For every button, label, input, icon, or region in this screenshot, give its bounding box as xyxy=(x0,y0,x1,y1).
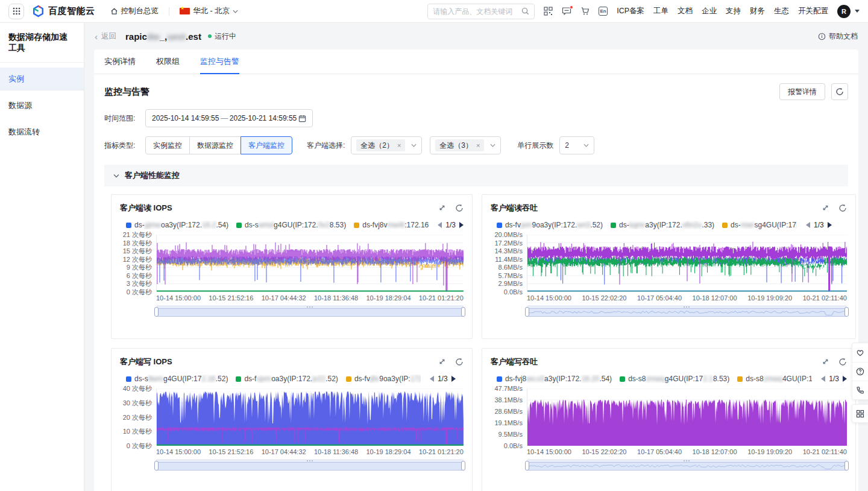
favorite-icon[interactable] xyxy=(852,343,868,362)
plot-canvas[interactable] xyxy=(527,235,847,292)
account-caret-icon[interactable] xyxy=(855,10,860,13)
nav-link[interactable]: 财务 xyxy=(750,6,765,16)
tab-active[interactable]: 监控与告警 xyxy=(200,49,239,74)
plot-canvas[interactable] xyxy=(156,235,464,292)
language-en-icon[interactable]: En xyxy=(599,7,608,16)
sidebar-item-active[interactable]: 实例 xyxy=(0,68,84,90)
legend-item[interactable]: ds-kqmra3y(IP:172.v6n2u.33) xyxy=(611,221,714,229)
metric-type-option[interactable]: 客户端监控 xyxy=(241,136,292,154)
help-doc-link[interactable]: 帮助文档 xyxy=(818,31,858,42)
legend-item[interactable]: ds-swmdg4GU(IP:172.0v28.53) xyxy=(236,221,346,229)
refresh-button[interactable] xyxy=(831,83,848,100)
legend-item[interactable]: ds-fvjxm9oa3y(IP:172.wn3.52) xyxy=(497,221,603,229)
legend-swatch xyxy=(236,376,241,382)
datazoom-handle-left[interactable] xyxy=(154,461,159,470)
tag-close-icon[interactable]: × xyxy=(397,142,401,149)
console-overview-link[interactable]: 控制台总览 xyxy=(110,6,159,16)
page-next-icon[interactable] xyxy=(451,376,456,382)
chevron-down-icon xyxy=(583,144,589,147)
datazoom-handle-right[interactable] xyxy=(844,307,849,317)
legend-item[interactable]: ds-fvjxmoa3y(IP:172.jv22.52) xyxy=(236,375,338,383)
avatar[interactable]: R xyxy=(837,5,851,18)
datazoom-handle-right[interactable] xyxy=(461,461,465,470)
sidebar-item-item[interactable]: 数据源 xyxy=(0,94,84,117)
page-next-icon[interactable] xyxy=(843,376,847,382)
plot-canvas[interactable] xyxy=(156,388,464,446)
nav-link[interactable]: 企业 xyxy=(702,6,717,16)
datazoom-track[interactable] xyxy=(527,308,847,317)
legend-item[interactable]: ds-fvj8wv.v3a3y(IP:172.16.20.54) xyxy=(497,375,612,383)
datazoom-handle-left[interactable] xyxy=(525,461,529,470)
metric-type-group: 实例监控数据源监控客户端监控 xyxy=(145,136,292,154)
datazoom-handle-right[interactable] xyxy=(461,307,465,317)
datazoom-slider[interactable] xyxy=(156,305,464,317)
sidebar-item-item[interactable]: 数据流转 xyxy=(0,121,84,144)
legend-item[interactable]: ds-mwrsg4GU(IP:172.1 xyxy=(722,221,797,229)
page-prev-icon[interactable] xyxy=(806,222,810,228)
contact-phone-icon[interactable] xyxy=(852,381,868,399)
nav-link[interactable]: 文档 xyxy=(678,6,693,16)
page-next-icon[interactable] xyxy=(459,222,464,228)
nav-link[interactable]: ICP备案 xyxy=(617,6,644,16)
tab-item[interactable]: 实例详情 xyxy=(104,49,136,74)
expand-icon[interactable] xyxy=(438,358,446,366)
region-selector[interactable]: 华北 - 北京 xyxy=(180,6,238,16)
nav-link[interactable]: 开关配置 xyxy=(798,6,828,16)
refresh-icon[interactable] xyxy=(455,204,464,212)
brand-logo[interactable]: 百度智能云 xyxy=(32,5,95,17)
datazoom-slider[interactable] xyxy=(527,305,847,317)
legend-item[interactable]: ds-s8zmwqg4GU(IP:172.18.53) xyxy=(620,375,729,383)
y-axis-label: 17.2MB/s xyxy=(494,239,522,247)
legend-item[interactable]: ds-yjmwoa3y(IP:172.16.2.54) xyxy=(126,221,228,229)
alarm-detail-button[interactable]: 报警详情 xyxy=(779,83,825,100)
date-range-input[interactable]: 2025-10-14 14:59:55 — 2025-10-21 14:59:5… xyxy=(145,109,313,127)
client-select[interactable]: 全选（2）× xyxy=(351,136,422,154)
datazoom-slider[interactable] xyxy=(156,459,464,470)
messages-icon[interactable] xyxy=(562,7,571,16)
chart-plot-area: 0.0B/s9.5MB/s19.1MB/s28.6MB/s38.1MB/s47.… xyxy=(491,388,847,446)
legend-item[interactable]: ds-s8zmwq4GU(IP:172.16 xyxy=(737,375,812,383)
page-next-icon[interactable] xyxy=(828,222,832,228)
refresh-icon[interactable] xyxy=(838,204,847,212)
datazoom-track[interactable] xyxy=(156,308,464,317)
expand-icon[interactable] xyxy=(438,204,446,212)
metric-type-option[interactable]: 实例监控 xyxy=(145,136,190,154)
qrcode-icon[interactable] xyxy=(544,7,553,16)
tag-close-icon[interactable]: × xyxy=(476,142,480,149)
datazoom-handle-left[interactable] xyxy=(154,307,159,317)
plot-canvas[interactable] xyxy=(527,388,847,446)
search-icon[interactable] xyxy=(521,7,529,15)
page-prev-icon[interactable] xyxy=(430,376,434,382)
y-axis-label: 28.6MB/s xyxy=(494,408,522,415)
page-prev-icon[interactable] xyxy=(438,222,442,228)
per-row-select[interactable]: 2 xyxy=(559,136,594,154)
back-button[interactable]: ‹ 返回 xyxy=(95,31,116,42)
nav-link[interactable]: 支持 xyxy=(726,6,741,16)
metric-type-option[interactable]: 数据源监控 xyxy=(189,136,241,154)
expand-icon[interactable] xyxy=(822,204,829,212)
collapsible-group-header[interactable]: 客户端性能监控 xyxy=(104,165,848,186)
datazoom-handle-left[interactable] xyxy=(525,307,529,317)
datazoom-track[interactable] xyxy=(156,462,464,470)
client-select[interactable]: 全选（3）× xyxy=(430,136,501,154)
tab-item[interactable]: 权限组 xyxy=(156,49,180,74)
refresh-icon[interactable] xyxy=(455,358,464,366)
datazoom-track[interactable] xyxy=(527,462,847,470)
help-icon[interactable] xyxy=(852,362,868,381)
nav-link[interactable]: 工单 xyxy=(653,6,668,16)
expand-icon[interactable] xyxy=(822,358,829,366)
datazoom-slider[interactable] xyxy=(527,459,847,470)
search-input[interactable] xyxy=(433,7,518,16)
x-axis-label: 10-14 15:00:00 xyxy=(527,294,571,302)
page-prev-icon[interactable] xyxy=(821,376,825,382)
legend-item[interactable]: ds-s8wmg4GU(IP:172.16.52) xyxy=(126,375,228,383)
cart-icon[interactable] xyxy=(580,7,590,16)
refresh-icon[interactable] xyxy=(838,358,847,366)
chart-header: 客户端读吞吐 xyxy=(491,203,847,214)
legend-item[interactable]: ds-fvj8vmw4t:172.16. xyxy=(354,221,429,229)
datazoom-handle-right[interactable] xyxy=(844,461,849,470)
more-tools-icon[interactable] xyxy=(852,405,868,422)
nav-link[interactable]: 生态 xyxy=(774,6,789,16)
app-launcher-button[interactable] xyxy=(8,4,24,19)
legend-item[interactable]: ds-fvj8x9oa3y(IP:172.16 xyxy=(346,375,421,383)
